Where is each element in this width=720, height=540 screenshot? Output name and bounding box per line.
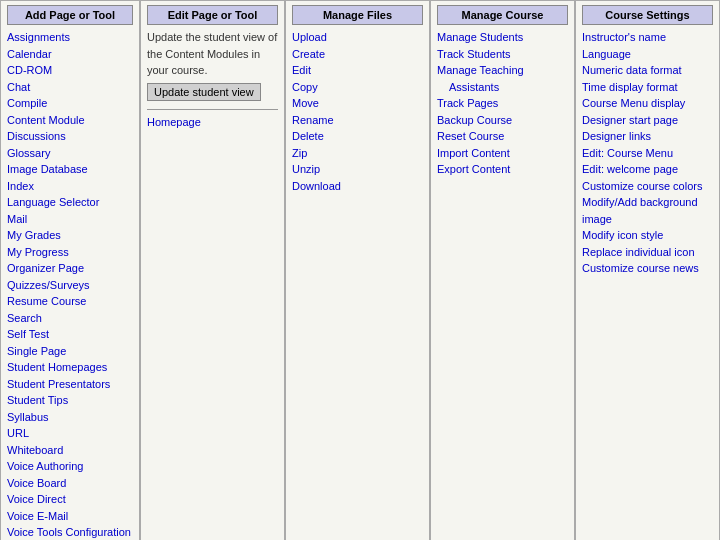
item-delete[interactable]: Delete: [292, 128, 423, 145]
item-upload[interactable]: Upload: [292, 29, 423, 46]
item-image-database[interactable]: Image Database: [7, 161, 133, 178]
item-replace-individual-icon[interactable]: Replace individual icon: [582, 244, 713, 261]
item-track-students[interactable]: Track Students: [437, 46, 568, 63]
item-student-tips[interactable]: Student Tips: [7, 392, 133, 409]
item-cd-rom[interactable]: CD-ROM: [7, 62, 133, 79]
item-glossary[interactable]: Glossary: [7, 145, 133, 162]
item-track-pages[interactable]: Track Pages: [437, 95, 568, 112]
item-voice-direct[interactable]: Voice Direct: [7, 491, 133, 508]
item-assistants[interactable]: Assistants: [437, 79, 568, 96]
item-my-progress[interactable]: My Progress: [7, 244, 133, 261]
item-import-content[interactable]: Import Content: [437, 145, 568, 162]
manage-files-header: Manage Files: [292, 5, 423, 25]
item-edit[interactable]: Edit: [292, 62, 423, 79]
manage-files-column: Manage Files Upload Create Edit Copy Mov…: [285, 0, 430, 540]
item-copy[interactable]: Copy: [292, 79, 423, 96]
item-designer-links[interactable]: Designer links: [582, 128, 713, 145]
item-single-page[interactable]: Single Page: [7, 343, 133, 360]
add-page-header: Add Page or Tool: [7, 5, 133, 25]
item-my-grades[interactable]: My Grades: [7, 227, 133, 244]
course-settings-header: Course Settings: [582, 5, 713, 25]
item-discussions[interactable]: Discussions: [7, 128, 133, 145]
item-student-presentators[interactable]: Student Presentators: [7, 376, 133, 393]
item-create[interactable]: Create: [292, 46, 423, 63]
item-whiteboard[interactable]: Whiteboard: [7, 442, 133, 459]
edit-page-column: Edit Page or Tool Update the student vie…: [140, 0, 285, 540]
item-edit-welcome-page[interactable]: Edit: welcome page: [582, 161, 713, 178]
item-quizzes-surveys[interactable]: Quizzes/Surveys: [7, 277, 133, 294]
item-language-selector[interactable]: Language Selector: [7, 194, 133, 211]
item-resume-course[interactable]: Resume Course: [7, 293, 133, 310]
manage-course-items: Manage Students Track Students Manage Te…: [437, 29, 568, 178]
main-container: Add Page or Tool Assignments Calendar CD…: [0, 0, 720, 540]
item-download[interactable]: Download: [292, 178, 423, 195]
item-syllabus[interactable]: Syllabus: [7, 409, 133, 426]
item-index[interactable]: Index: [7, 178, 133, 195]
item-course-menu-display[interactable]: Course Menu display: [582, 95, 713, 112]
item-instructors-name[interactable]: Instructor's name: [582, 29, 713, 46]
item-self-test[interactable]: Self Test: [7, 326, 133, 343]
item-voice-authoring[interactable]: Voice Authoring: [7, 458, 133, 475]
item-content-module[interactable]: Content Module: [7, 112, 133, 129]
edit-divider: [147, 109, 278, 110]
item-assignments[interactable]: Assignments: [7, 29, 133, 46]
manage-course-header: Manage Course: [437, 5, 568, 25]
item-backup-course[interactable]: Backup Course: [437, 112, 568, 129]
course-settings-column: Course Settings Instructor's name Langua…: [575, 0, 720, 540]
item-time-display-format[interactable]: Time display format: [582, 79, 713, 96]
course-settings-items: Instructor's name Language Numeric data …: [582, 29, 713, 277]
item-manage-teaching[interactable]: Manage Teaching: [437, 62, 568, 79]
edit-page-header: Edit Page or Tool: [147, 5, 278, 25]
item-search[interactable]: Search: [7, 310, 133, 327]
item-compile[interactable]: Compile: [7, 95, 133, 112]
item-customize-course-news[interactable]: Customize course news: [582, 260, 713, 277]
item-unzip[interactable]: Unzip: [292, 161, 423, 178]
manage-files-items: Upload Create Edit Copy Move Rename Dele…: [292, 29, 423, 194]
item-mail[interactable]: Mail: [7, 211, 133, 228]
add-page-column: Add Page or Tool Assignments Calendar CD…: [0, 0, 140, 540]
item-voice-email[interactable]: Voice E-Mail: [7, 508, 133, 525]
item-edit-course-menu[interactable]: Edit: Course Menu: [582, 145, 713, 162]
item-voice-board[interactable]: Voice Board: [7, 475, 133, 492]
item-url[interactable]: URL: [7, 425, 133, 442]
item-modify-add-background[interactable]: Modify/Add background image: [582, 194, 713, 227]
edit-page-description: Update the student view of the Content M…: [147, 29, 278, 79]
item-designer-start-page[interactable]: Designer start page: [582, 112, 713, 129]
item-move[interactable]: Move: [292, 95, 423, 112]
item-export-content[interactable]: Export Content: [437, 161, 568, 178]
columns-wrapper: Add Page or Tool Assignments Calendar CD…: [0, 0, 720, 540]
add-page-items: Assignments Calendar CD-ROM Chat Compile…: [7, 29, 133, 540]
item-modify-icon-style[interactable]: Modify icon style: [582, 227, 713, 244]
item-chat[interactable]: Chat: [7, 79, 133, 96]
item-student-homepages[interactable]: Student Homepages: [7, 359, 133, 376]
item-customize-course-colors[interactable]: Customize course colors: [582, 178, 713, 195]
manage-course-column: Manage Course Manage Students Track Stud…: [430, 0, 575, 540]
item-reset-course[interactable]: Reset Course: [437, 128, 568, 145]
item-zip[interactable]: Zip: [292, 145, 423, 162]
item-language[interactable]: Language: [582, 46, 713, 63]
item-voice-tools-config[interactable]: Voice Tools Configuration: [7, 524, 133, 540]
update-student-view-button[interactable]: Update student view: [147, 83, 261, 101]
item-organizer-page[interactable]: Organizer Page: [7, 260, 133, 277]
item-manage-students[interactable]: Manage Students: [437, 29, 568, 46]
item-calendar[interactable]: Calendar: [7, 46, 133, 63]
item-numeric-data-format[interactable]: Numeric data format: [582, 62, 713, 79]
homepage-link[interactable]: Homepage: [147, 116, 278, 128]
item-rename[interactable]: Rename: [292, 112, 423, 129]
